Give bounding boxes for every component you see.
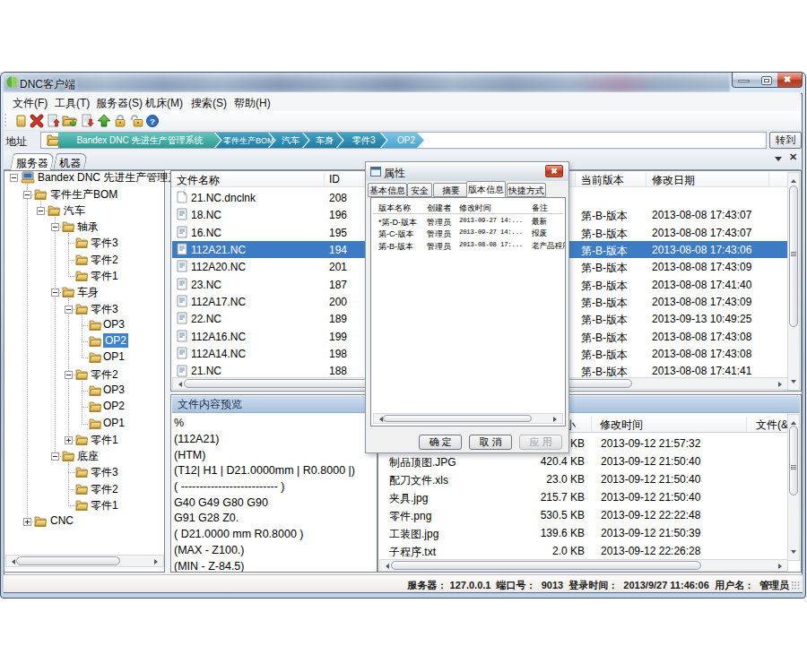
svg-text:?: ? xyxy=(150,116,155,126)
